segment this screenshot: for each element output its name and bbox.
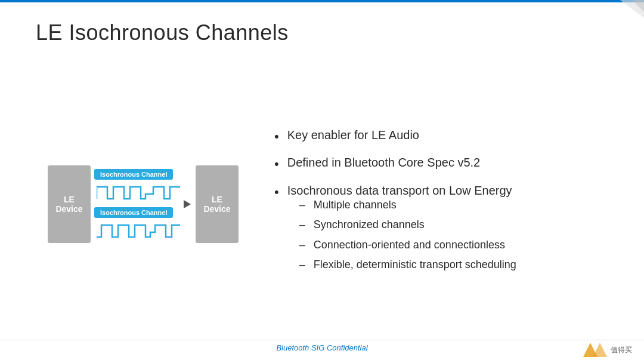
footer-confidential: Bluetooth SIG Confidential	[276, 343, 367, 352]
bullet-3: • Isochronous data transport on Low Ener…	[274, 183, 608, 278]
bullet-1: • Key enabler for LE Audio	[274, 127, 608, 146]
le-device-right: LEDevice	[196, 165, 239, 243]
bullet-2-text: Defined in Bluetooth Core Spec v5.2	[287, 155, 481, 170]
diagram-inner: LEDevice Isochronous Channel	[48, 165, 239, 243]
sub-bullet-3-text: Connection-oriented and connectionless	[314, 238, 505, 252]
bullet-1-text: Key enabler for LE Audio	[287, 127, 419, 143]
logo-text: 值得买	[611, 345, 632, 355]
bullet-dot-2: •	[274, 156, 279, 173]
sub-bullet-1-text: Multiple channels	[314, 198, 397, 212]
sub-bullet-2-text: Synchronized channels	[314, 218, 425, 232]
sub-bullet-1: – Multiple channels	[299, 198, 516, 212]
channel-row-2: Isochronous Channel	[94, 207, 180, 239]
svg-marker-2	[184, 200, 191, 208]
bottom-right-logo: 值得买	[583, 343, 632, 357]
page-title: LE Isochronous Channels	[0, 2, 644, 57]
bottom-divider	[0, 340, 644, 340]
logo-triangles	[583, 343, 607, 357]
channels-area: Isochronous Channel Isochronous Channel	[94, 169, 180, 239]
channel2-signal	[94, 220, 180, 239]
slide: LE Isochronous Channels LEDevice Isochro…	[0, 0, 644, 363]
bullet-3-content: Isochronous data transport on Low Energy…	[287, 183, 516, 278]
channel2-label: Isochronous Channel	[94, 207, 173, 218]
sub-bullet-4: – Flexible, deterministic transport sche…	[299, 258, 516, 272]
svg-marker-4	[593, 343, 607, 357]
arrow-right	[184, 195, 196, 213]
bullet-2: • Defined in Bluetooth Core Spec v5.2	[274, 155, 608, 173]
channel-row-1: Isochronous Channel	[94, 169, 180, 201]
diagram-area: LEDevice Isochronous Channel	[36, 63, 250, 345]
dash-3: –	[299, 238, 305, 252]
bullet-dot-3: •	[274, 184, 279, 201]
bullet-dot-1: •	[274, 128, 279, 146]
sub-bullet-3: – Connection-oriented and connectionless	[299, 238, 516, 252]
bullets-area: • Key enabler for LE Audio • Defined in …	[274, 63, 608, 345]
channel1-label: Isochronous Channel	[94, 169, 173, 180]
content-area: LEDevice Isochronous Channel	[0, 57, 644, 363]
footer: Bluetooth SIG Confidential	[0, 343, 644, 352]
corner-decoration	[596, 0, 644, 36]
dash-4: –	[299, 258, 305, 272]
dash-1: –	[299, 198, 305, 212]
sub-bullets: – Multiple channels – Synchronized chann…	[299, 198, 516, 272]
dash-2: –	[299, 218, 305, 232]
channel1-signal	[94, 182, 180, 201]
bullet-3-text: Isochronous data transport on Low Energy	[287, 184, 512, 197]
sub-bullet-2: – Synchronized channels	[299, 218, 516, 232]
le-device-left: LEDevice	[48, 165, 91, 243]
sub-bullet-4-text: Flexible, deterministic transport schedu…	[314, 258, 516, 272]
